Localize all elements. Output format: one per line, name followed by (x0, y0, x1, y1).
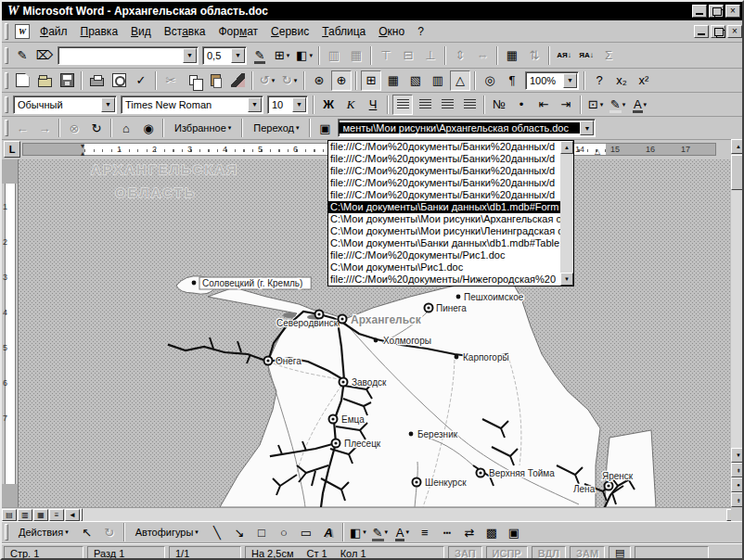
spelling-button[interactable]: ✓ (131, 70, 151, 91)
tab-selector[interactable]: L (4, 141, 20, 158)
line-color-dropdown-arrow[interactable]: ▾ (385, 528, 389, 536)
restore-button[interactable] (709, 5, 724, 18)
line-weight-combo[interactable]: 0,5▼ (202, 46, 247, 65)
highlight-button[interactable]: ✎▾ (608, 95, 628, 115)
outside-border-dropdown-arrow[interactable]: ▾ (287, 52, 290, 59)
page-layout-view-button[interactable]: ▦ (33, 509, 48, 521)
dropdown-item[interactable]: file:///C:/Мои%20документы/Рис1.doc (328, 249, 560, 261)
dropdown-item[interactable]: C:\Мои документы\Мои рисунки\Ленинградск… (328, 225, 560, 237)
decrease-indent-button[interactable]: ⇤ (533, 95, 554, 115)
address-dropdown-arrow[interactable]: ▼ (580, 121, 594, 135)
dropdown-item[interactable]: C:\Мои документы\Рис1.doc (328, 261, 560, 274)
address-value[interactable]: менты\Мои рисунки\Архангельская область.… (339, 122, 580, 134)
align-right-button[interactable] (437, 95, 457, 115)
select-browse-object-button[interactable]: ● (731, 477, 744, 492)
undo-button[interactable]: ↺▾ (257, 70, 277, 91)
center-vertically-button[interactable]: ⊟ (398, 45, 418, 66)
right-indent-marker[interactable]: △ (595, 147, 600, 156)
document-icon[interactable]: W (15, 24, 30, 39)
highlight-dropdown-arrow[interactable]: ▾ (622, 101, 626, 108)
save-button[interactable] (57, 70, 77, 91)
outside-border-button[interactable]: ⊞▾ (272, 45, 292, 66)
fill-color-button[interactable]: ◧▾ (348, 522, 368, 542)
toolbar-grip[interactable] (5, 524, 8, 541)
horizontal-scrollbar[interactable] (81, 509, 726, 521)
print-preview-button[interactable] (109, 70, 129, 91)
align-left-button[interactable] (392, 95, 413, 115)
search-web-button[interactable]: ◉ (138, 118, 159, 138)
web-toolbar-button[interactable]: ⊕ (331, 70, 352, 91)
minimize-button[interactable] (692, 5, 707, 18)
draw-font-color-dropdown-arrow[interactable]: ▾ (405, 528, 409, 536)
tables-and-borders-button[interactable]: ⊞ (361, 70, 381, 91)
vertical-ruler[interactable]: 1234567 (2, 159, 19, 507)
dropdown-item[interactable]: C:\Мои документы\Мои рисунки\Архангельск… (328, 213, 560, 225)
drawing-button[interactable]: △ (450, 70, 470, 91)
go-button[interactable]: Переход ▾ (247, 118, 305, 138)
text-box-button[interactable]: ▭ (296, 522, 316, 542)
dropdown-item[interactable]: file:///C:/Мои%20документы/Банки%20данны… (328, 153, 560, 165)
redo-button[interactable]: ↻▾ (279, 70, 300, 91)
show-paragraph-marks-button[interactable]: ¶ (502, 70, 522, 91)
office-assistant-button[interactable]: ? (589, 70, 609, 91)
refresh-button[interactable]: ↻ (86, 118, 107, 138)
web-layout-view-button[interactable]: ▥ (18, 509, 32, 521)
scroll-up-icon[interactable]: ▲ (731, 139, 744, 154)
doc-restore-button[interactable] (711, 25, 725, 38)
print-button[interactable] (86, 70, 107, 91)
bullets-button[interactable]: • (511, 95, 532, 115)
dropdown-scrollbar[interactable]: ▲ ▼ (560, 141, 573, 286)
align-bottom-button[interactable]: ⊥ (420, 45, 441, 66)
line-style-dropdown-arrow[interactable]: ▼ (183, 48, 197, 63)
scroll-down-icon[interactable]: ▼ (560, 273, 573, 286)
shading-color-button[interactable]: ◧▾ (294, 45, 314, 66)
distribute-rows-button[interactable]: ⇕ (450, 45, 470, 66)
italic-button[interactable]: К (340, 95, 361, 115)
insert-hyperlink-button[interactable]: ⊛ (309, 70, 329, 91)
menu-item-правка[interactable]: Правка (74, 22, 125, 41)
eraser-button[interactable]: ⌦ (34, 45, 55, 66)
border-palette-dropdown-arrow[interactable]: ▾ (600, 101, 604, 108)
border-palette-button[interactable]: ⊡▾ (585, 95, 606, 115)
previous-page-button[interactable]: ⇞ (731, 463, 744, 477)
menu-item-таблица[interactable]: Таблица (315, 22, 372, 41)
menu-item-файл[interactable]: Файл (33, 22, 74, 41)
insert-excel-table-button[interactable]: ▧ (405, 70, 426, 91)
font-size-combo[interactable]: 10▼ (267, 95, 308, 114)
dropdown-item[interactable]: file:///C:/Мои%20документы/Банки%20данны… (328, 189, 560, 201)
dropdown-item[interactable]: file:///C:/Мои%20документы/Нижегородская… (328, 274, 560, 286)
dash-style-button[interactable]: ┅ (437, 522, 457, 542)
autoshapes-button[interactable]: Автофигуры▾ (129, 522, 205, 542)
close-button[interactable]: × (725, 5, 740, 18)
underline-button[interactable]: Ч (363, 95, 383, 115)
copy-button[interactable] (183, 70, 203, 91)
3d-button[interactable]: ▣ (504, 522, 524, 542)
menu-item-вставка[interactable]: Вставка (158, 22, 212, 41)
scroll-down-icon[interactable]: ▼ (731, 448, 744, 463)
toolbar-grip[interactable] (5, 96, 8, 113)
distribute-columns-button[interactable]: ⇔ (472, 45, 493, 66)
draw-actions-button[interactable]: Действия▾ (12, 522, 75, 542)
font-color-dropdown-arrow[interactable]: ▾ (644, 101, 648, 108)
style-combo[interactable]: Обычный▼ (13, 95, 117, 114)
insert-table-button[interactable]: ▦ (383, 70, 404, 91)
stop-button[interactable]: ⊗ (64, 118, 84, 138)
increase-indent-button[interactable]: ⇥ (556, 95, 576, 115)
redo-dropdown-arrow[interactable]: ▾ (294, 77, 298, 84)
superscript-button[interactable]: x² (634, 70, 654, 91)
zoom-dropdown-arrow[interactable]: ▼ (563, 73, 577, 88)
free-rotate-button[interactable]: ↻ (99, 522, 120, 542)
line-color-button[interactable]: ✎▾ (370, 522, 391, 542)
show-web-toolbar-only-button[interactable]: ▣ (314, 118, 335, 138)
normal-view-button[interactable]: ▤ (2, 509, 17, 521)
font-size-dropdown-arrow[interactable]: ▼ (292, 97, 306, 112)
justify-button[interactable] (459, 95, 480, 115)
rectangle-button[interactable]: □ (251, 522, 272, 542)
menu-item-?[interactable]: ? (411, 22, 430, 41)
wordart-button[interactable]: А (318, 522, 339, 542)
subscript-button[interactable]: x₂ (611, 70, 632, 91)
favorites-button[interactable]: Избранное ▾ (168, 118, 237, 138)
new-document-button[interactable] (12, 70, 32, 91)
style-dropdown-arrow[interactable]: ▼ (101, 97, 115, 112)
hanging-indent-marker[interactable]: ▴ (81, 149, 84, 158)
